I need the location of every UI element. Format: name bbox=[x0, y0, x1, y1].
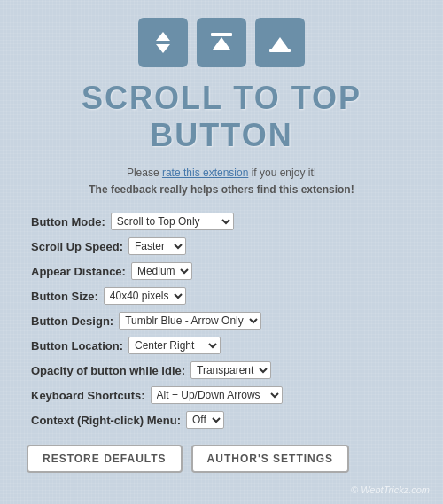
opacity-select[interactable]: Transparent 25% 50% 75% 100% bbox=[190, 361, 271, 379]
button-size-select[interactable]: 30x30 pixels 40x40 pixels 50x50 pixels 6… bbox=[104, 287, 186, 305]
button-size-label: Button Size: bbox=[31, 290, 98, 303]
rate-line2: The feedback really helps others find th… bbox=[89, 183, 354, 196]
settings-form: Button Mode: Scroll to Top Only Scroll t… bbox=[27, 213, 416, 429]
button-location-label: Button Location: bbox=[31, 339, 123, 353]
rate-link[interactable]: rate this extension bbox=[162, 167, 248, 179]
keyboard-shortcuts-row: Keyboard Shortcuts: Off Alt + Up/Down Ar… bbox=[31, 386, 412, 404]
button-size-row: Button Size: 30x30 pixels 40x40 pixels 5… bbox=[31, 287, 412, 305]
watermark: © WebtTrickz.com bbox=[351, 485, 430, 495]
button-design-row: Button Design: Tumblr Blue - Arrow Only … bbox=[31, 312, 412, 330]
action-buttons: RESTORE DEFAULTS AUTHOR'S SETTINGS bbox=[27, 445, 416, 473]
rate-prefix: Please bbox=[127, 167, 162, 179]
page-title: SCROLL TO TOP BUTTON bbox=[27, 80, 416, 154]
icons-row bbox=[27, 18, 416, 67]
keyboard-shortcuts-select[interactable]: Off Alt + Up/Down Arrows Ctrl + Up/Down … bbox=[151, 386, 283, 404]
button-mode-select[interactable]: Scroll to Top Only Scroll to Bottom Only… bbox=[111, 213, 234, 230]
scroll-speed-row: Scroll Up Speed: Slower Slow Normal Fast… bbox=[31, 237, 412, 255]
appear-distance-row: Appear Distance: Short Medium Long bbox=[31, 262, 412, 280]
svg-marker-1 bbox=[156, 44, 170, 53]
scroll-speed-label: Scroll Up Speed: bbox=[31, 240, 123, 253]
main-container: SCROLL TO TOP BUTTON Please rate this ex… bbox=[0, 0, 443, 491]
button-design-label: Button Design: bbox=[31, 314, 113, 328]
context-menu-select[interactable]: Off On bbox=[186, 411, 224, 429]
opacity-label: Opacity of button while idle: bbox=[31, 364, 185, 377]
scroll-speed-select[interactable]: Slower Slow Normal Fast Faster bbox=[128, 237, 186, 255]
appear-distance-label: Appear Distance: bbox=[31, 265, 126, 278]
context-menu-row: Context (Right-click) Menu: Off On bbox=[31, 411, 412, 429]
button-location-row: Button Location: Top Left Top Center Top… bbox=[31, 337, 412, 354]
scroll-both-icon bbox=[138, 18, 188, 67]
svg-marker-3 bbox=[213, 37, 230, 50]
restore-defaults-button[interactable]: RESTORE DEFAULTS bbox=[27, 445, 183, 473]
button-mode-row: Button Mode: Scroll to Top Only Scroll t… bbox=[31, 213, 412, 230]
button-location-select[interactable]: Top Left Top Center Top Right Center Lef… bbox=[128, 337, 221, 354]
context-menu-label: Context (Right-click) Menu: bbox=[31, 414, 181, 427]
button-mode-label: Button Mode: bbox=[31, 215, 105, 229]
rate-text: Please rate this extension if you enjoy … bbox=[27, 165, 416, 198]
opacity-row: Opacity of button while idle: Transparen… bbox=[31, 361, 412, 379]
page-container: SCROLL TO TOP BUTTON Please rate this ex… bbox=[0, 0, 443, 504]
svg-rect-2 bbox=[211, 33, 232, 36]
authors-settings-button[interactable]: AUTHOR'S SETTINGS bbox=[191, 445, 350, 473]
rate-suffix: if you enjoy it! bbox=[248, 167, 316, 179]
svg-marker-0 bbox=[156, 32, 170, 41]
keyboard-shortcuts-label: Keyboard Shortcuts: bbox=[31, 389, 145, 402]
button-design-select[interactable]: Tumblr Blue - Arrow Only White - Arrow O… bbox=[119, 312, 261, 330]
scroll-down-icon bbox=[255, 18, 305, 67]
scroll-up-icon bbox=[197, 18, 246, 67]
appear-distance-select[interactable]: Short Medium Long bbox=[131, 262, 192, 280]
svg-rect-5 bbox=[269, 49, 291, 52]
svg-marker-4 bbox=[271, 37, 289, 50]
